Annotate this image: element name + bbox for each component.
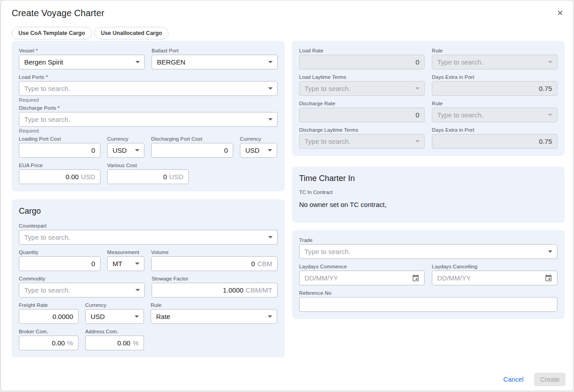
discharging-currency-select[interactable]: USD (240, 143, 277, 158)
discharge-ports-select[interactable]: Type to search. (19, 112, 278, 127)
freight-rule-field: Rule Rate (151, 302, 277, 324)
freight-currency-field: Currency USD (85, 302, 144, 324)
trade-panel: Trade Type to search. Laydays Commence D… (292, 230, 565, 319)
loading-port-cost-input[interactable]: 0 (19, 143, 100, 158)
discharge-ports-label: Discharge Ports * (19, 105, 278, 111)
various-cost-field: Various Cost 0 USD (107, 163, 189, 184)
use-unallocated-cargo-button[interactable]: Use Unallocated Cargo (94, 27, 169, 39)
laydays-cancelling-field: Laydays Cancelling DD/MM/YY (432, 264, 557, 285)
loading-currency-select[interactable]: USD (107, 143, 144, 158)
right-column: Load Rate 0 Rule Type to search. (292, 41, 565, 358)
cancel-button[interactable]: Cancel (499, 373, 528, 386)
chevron-down-icon (268, 236, 273, 238)
freight-rate-input[interactable]: 0.0000 (19, 309, 78, 324)
chevron-down-icon (268, 149, 272, 151)
freight-currency-select[interactable]: USD (85, 309, 144, 324)
stowage-factor-field: Stowage Factor 1.0000 CBM/MT (152, 276, 278, 297)
broker-com-field: Broker Com. 0.00 % (19, 329, 78, 350)
discharge-ports-required-helper: Required (19, 128, 278, 134)
load-laytime-terms-select: Type to search. (299, 81, 425, 96)
chevron-down-icon (135, 315, 139, 318)
eua-price-input[interactable]: 0.00 USD (19, 169, 100, 184)
time-charter-in-heading: Time Charter In (299, 174, 557, 183)
discharge-rule-field: Rule Type to search. (432, 101, 557, 122)
laydays-commence-field: Laydays Commence DD/MM/YY (299, 264, 425, 285)
calendar-icon[interactable] (544, 274, 552, 282)
address-com-field: Address Com. 0.00 % (85, 329, 144, 350)
laydays-cancelling-input[interactable]: DD/MM/YY (432, 271, 557, 285)
voyage-details-panel: Vessel * Bergen Spirit Ballast Port BERG… (12, 41, 285, 191)
template-chips-row: Use CoA Template Cargo Use Unallocated C… (1, 18, 573, 39)
ballast-port-label: Ballast Port (152, 48, 278, 53)
left-column: Vessel * Bergen Spirit Ballast Port BERG… (12, 41, 285, 358)
dialog-content: Vessel * Bergen Spirit Ballast Port BERG… (1, 39, 573, 358)
trade-field: Trade Type to search. (299, 237, 557, 259)
eua-price-field: EUA Price 0.00 USD (19, 163, 100, 184)
ballast-port-field: Ballast Port BERGEN (152, 48, 278, 69)
discharge-rate-input: 0 (299, 108, 425, 122)
chevron-down-icon (268, 87, 273, 90)
counterpart-select[interactable]: Type to search. (19, 230, 278, 245)
discharging-port-cost-input[interactable]: 0 (151, 143, 233, 158)
discharge-laytime-terms-select: Type to search. (299, 134, 425, 149)
measurement-select[interactable]: MT (107, 256, 144, 271)
load-days-extra-field: Days Extra in Port 0.75 (432, 74, 557, 96)
discharge-rule-select: Type to search. (432, 108, 557, 122)
chevron-down-icon (135, 263, 139, 265)
quantity-field: Quantity 0 (19, 250, 100, 271)
dialog-header: Create Voyage Charter ✕ (1, 0, 573, 18)
chevron-down-icon (268, 61, 273, 63)
trade-select[interactable]: Type to search. (299, 244, 557, 259)
discharge-days-extra-field: Days Extra in Port 0.75 (432, 127, 557, 149)
discharging-currency-field: Currency USD (240, 136, 277, 158)
load-rate-input: 0 (299, 55, 425, 69)
freight-rule-select[interactable]: Rate (151, 309, 277, 324)
page-title: Create Voyage Charter (12, 8, 562, 18)
counterpart-field: Counterpart Type to search. (19, 223, 278, 245)
discharge-laytime-terms-field: Discharge Laytime Terms Type to search. (299, 127, 425, 149)
load-rule-field: Rule Type to search. (432, 48, 557, 69)
load-ports-label: Load Ports * (19, 74, 278, 80)
discharge-rate-field: Discharge Rate 0 (299, 101, 425, 122)
address-com-input[interactable]: 0.00 % (85, 336, 144, 350)
create-voyage-charter-dialog: Create Voyage Charter ✕ Use CoA Template… (0, 0, 574, 391)
commodity-field: Commodity Type to search. (19, 276, 145, 297)
time-charter-in-panel: Time Charter In TC In Contract No owner … (292, 167, 565, 223)
chevron-down-icon (268, 118, 273, 121)
laydays-commence-input[interactable]: DD/MM/YY (299, 271, 425, 285)
reference-no-field: Reference No (299, 290, 557, 312)
use-coa-template-cargo-button[interactable]: Use CoA Template Cargo (12, 27, 92, 39)
chevron-down-icon (415, 87, 420, 90)
reference-no-input[interactable] (299, 297, 557, 312)
volume-input[interactable]: 0 CBM (151, 256, 278, 271)
broker-com-input[interactable]: 0.00 % (19, 336, 78, 350)
rates-panel: Load Rate 0 Rule Type to search. (292, 41, 565, 156)
tc-in-contract-message: No owner set on TC contract, (299, 201, 557, 212)
load-ports-field: Load Ports * Type to search. Required (19, 74, 278, 105)
chevron-down-icon (548, 250, 552, 253)
load-days-extra-input: 0.75 (432, 81, 557, 96)
calendar-icon[interactable] (412, 274, 420, 282)
various-cost-input[interactable]: 0 USD (107, 169, 189, 184)
chevron-down-icon (268, 315, 272, 318)
vessel-field: Vessel * Bergen Spirit (19, 48, 145, 69)
chevron-down-icon (415, 140, 420, 142)
loading-currency-field: Currency USD (107, 136, 144, 158)
discharge-days-extra-input: 0.75 (432, 134, 557, 149)
load-ports-select[interactable]: Type to search. (19, 81, 278, 96)
tc-in-contract-label: TC In Contract (299, 190, 557, 195)
close-button[interactable]: ✕ (554, 8, 566, 19)
cargo-heading: Cargo (19, 207, 278, 216)
chevron-down-icon (548, 114, 552, 116)
chevron-down-icon (135, 289, 140, 291)
cargo-panel: Cargo Counterpart Type to search. Quanti… (12, 199, 285, 358)
chip-label: Use CoA Template Cargo (18, 30, 85, 36)
close-icon: ✕ (557, 9, 563, 17)
loading-port-cost-field: Loading Port Cost 0 (19, 136, 100, 158)
quantity-input[interactable]: 0 (19, 256, 100, 271)
stowage-factor-input[interactable]: 1.0000 CBM/MT (152, 283, 278, 297)
commodity-select[interactable]: Type to search. (19, 283, 145, 297)
ballast-port-select[interactable]: BERGEN (152, 55, 278, 69)
vessel-select[interactable]: Bergen Spirit (19, 55, 145, 69)
load-rate-field: Load Rate 0 (299, 48, 425, 69)
